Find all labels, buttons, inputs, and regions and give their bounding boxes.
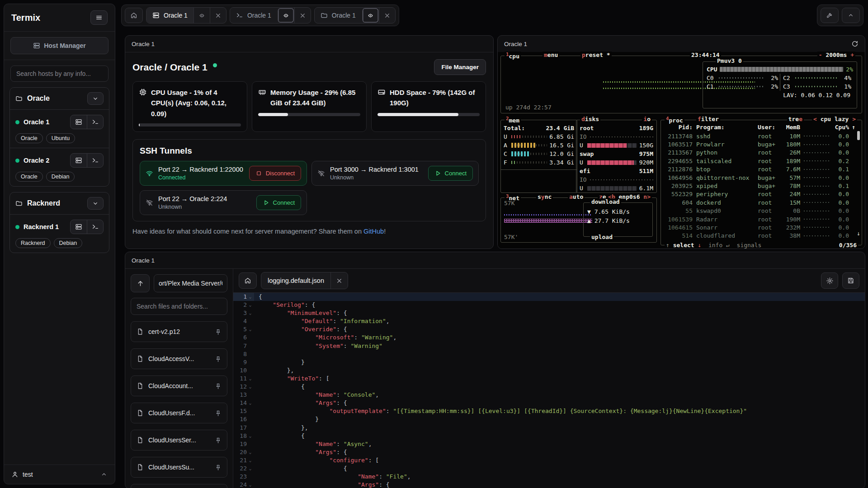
close-tab-button[interactable] bbox=[330, 272, 348, 289]
host-stats-button[interactable] bbox=[71, 220, 87, 234]
line-number[interactable]: 20⌄ bbox=[233, 448, 254, 456]
close-tab-button[interactable] bbox=[294, 8, 311, 23]
process-row[interactable]: 1063517Prowlarrbuga+180M0.0 bbox=[661, 140, 862, 148]
host-item[interactable]: Oracle 2 OracleDebian bbox=[10, 148, 109, 186]
split-view-button[interactable] bbox=[278, 8, 294, 23]
tools-button[interactable] bbox=[821, 8, 839, 23]
session-tab[interactable]: Oracle 1 bbox=[146, 7, 226, 23]
line-number[interactable]: 16 bbox=[233, 415, 254, 423]
save-file-button[interactable] bbox=[842, 272, 859, 289]
file-item[interactable] bbox=[131, 484, 227, 488]
group-collapse-button[interactable] bbox=[87, 92, 104, 105]
collapse-tabbar-button[interactable] bbox=[842, 8, 860, 23]
file-search-input[interactable] bbox=[131, 298, 227, 315]
host-manager-button[interactable]: Host Manager bbox=[10, 37, 108, 54]
line-number[interactable]: 18⌄ bbox=[233, 432, 254, 440]
line-number[interactable]: 22⌄ bbox=[233, 465, 254, 473]
code-editor[interactable]: 1⌄{2⌄ "Serilog": {3⌄ "MinimumLevel": {4 … bbox=[233, 293, 865, 488]
host-search-input[interactable] bbox=[10, 66, 108, 82]
process-row[interactable]: 514cloudflaredroot38M0.0 bbox=[661, 232, 862, 240]
process-row[interactable]: 604dockerdroot15M0.0 bbox=[661, 198, 862, 206]
line-number[interactable]: 3⌄ bbox=[233, 309, 254, 317]
sidebar-footer[interactable]: test bbox=[4, 465, 115, 484]
session-tab[interactable]: Oracle 1 bbox=[230, 7, 311, 23]
host-terminal-button[interactable] bbox=[87, 115, 103, 129]
stat-label: Memory Usage - 29% (6.85 GiB of 23.44 Gi… bbox=[270, 87, 360, 108]
process-row[interactable]: 1064956qbittorrent-noxbuga+57M0.0 bbox=[661, 174, 862, 182]
connect-button[interactable]: Connect bbox=[428, 166, 473, 181]
pin-icon[interactable] bbox=[215, 356, 222, 362]
file-item[interactable]: CloudUsersF.d... bbox=[131, 403, 227, 423]
line-number[interactable]: 2⌄ bbox=[233, 301, 254, 309]
pin-icon[interactable] bbox=[215, 328, 222, 335]
connect-button[interactable]: Connect bbox=[256, 195, 301, 210]
process-row[interactable]: 203925xpipedbuga+78M0.1 bbox=[661, 182, 862, 190]
file-item[interactable]: CloudUsersSu... bbox=[131, 457, 227, 478]
line-number[interactable]: 5⌄ bbox=[233, 325, 254, 333]
chevron-up-icon[interactable] bbox=[100, 471, 108, 478]
pin-icon[interactable] bbox=[215, 464, 222, 471]
line-number[interactable]: 10 bbox=[233, 366, 254, 375]
path-input[interactable] bbox=[154, 274, 227, 292]
disconnect-button[interactable]: Disconnect bbox=[249, 166, 301, 181]
line-number[interactable]: 8 bbox=[233, 350, 254, 358]
editor-home-button[interactable] bbox=[239, 272, 257, 289]
process-row[interactable]: 552329peripheryroot24M0.0 bbox=[661, 190, 862, 198]
host-item[interactable]: Racknerd 1 RacknerdDebian bbox=[10, 214, 109, 253]
line-number[interactable]: 7 bbox=[233, 342, 254, 350]
host-terminal-button[interactable] bbox=[87, 154, 103, 167]
group-collapse-button[interactable] bbox=[87, 197, 104, 210]
line-number[interactable]: 21⌄ bbox=[233, 456, 254, 465]
close-tab-button[interactable] bbox=[210, 8, 226, 23]
group-header[interactable]: Racknerd bbox=[10, 192, 109, 214]
line-number[interactable]: 13 bbox=[233, 391, 254, 399]
split-view-button[interactable] bbox=[362, 8, 378, 23]
process-row[interactable]: 55kswapd0root0B0.0 bbox=[661, 207, 862, 215]
process-row[interactable]: 2113567pythonroot26M0.0 bbox=[661, 149, 862, 157]
sidebar-collapse-button[interactable] bbox=[90, 10, 108, 25]
terminal-display[interactable]: 1cpu menu preset * 23:44:14 - 2000ms + P… bbox=[498, 52, 865, 249]
home-button[interactable] bbox=[125, 8, 143, 23]
code-line: 3⌄ "MinimumLevel": { bbox=[233, 309, 865, 317]
line-number[interactable]: 12⌄ bbox=[233, 383, 254, 391]
host-item[interactable]: Oracle 1 OracleUbuntu bbox=[10, 109, 109, 148]
line-number[interactable]: 9 bbox=[233, 358, 254, 366]
line-number[interactable]: 17 bbox=[233, 424, 254, 432]
process-row[interactable]: 1064615Sonarrroot232M0.0 bbox=[661, 223, 862, 231]
pin-icon[interactable] bbox=[215, 383, 222, 389]
file-item[interactable]: CloudAccessV... bbox=[131, 348, 227, 369]
line-number[interactable]: 11⌄ bbox=[233, 375, 254, 383]
editor-tab[interactable]: logging.default.json bbox=[261, 272, 348, 289]
line-number[interactable]: 4 bbox=[233, 317, 254, 325]
pin-icon[interactable] bbox=[215, 437, 222, 444]
host-terminal-button[interactable] bbox=[87, 220, 103, 234]
file-manager-button[interactable]: File Manager bbox=[434, 59, 486, 75]
session-tab[interactable]: Oracle 1 bbox=[314, 7, 396, 23]
pin-icon[interactable] bbox=[215, 410, 222, 417]
file-item[interactable]: CloudUsersSer... bbox=[131, 430, 227, 450]
process-row[interactable]: 2294655tailscaledroot189M0.2 bbox=[661, 157, 862, 165]
split-view-button[interactable] bbox=[193, 8, 210, 23]
proc-scrollbar[interactable] bbox=[857, 131, 860, 140]
file-item[interactable]: cert-v2.p12 bbox=[131, 321, 227, 342]
up-directory-button[interactable] bbox=[131, 274, 150, 292]
github-link[interactable]: GitHub bbox=[363, 228, 384, 235]
close-tab-button[interactable] bbox=[379, 8, 395, 23]
line-number[interactable]: 15 bbox=[233, 407, 254, 415]
group-header[interactable]: Oracle bbox=[10, 88, 109, 109]
process-row[interactable]: 1061539Radarrroot190M0.0 bbox=[661, 215, 862, 223]
line-number[interactable]: 6 bbox=[233, 333, 254, 342]
stat-progress-bar bbox=[139, 123, 241, 127]
line-number[interactable]: 24⌄ bbox=[233, 481, 254, 488]
process-row[interactable]: 2113748sshdroot10M0.0 bbox=[661, 132, 862, 140]
host-stats-button[interactable] bbox=[71, 115, 87, 129]
process-row[interactable]: 2112876btoproot7.6M0.1 bbox=[661, 165, 862, 174]
line-number[interactable]: 1⌄ bbox=[233, 293, 254, 301]
editor-settings-button[interactable] bbox=[821, 272, 838, 289]
refresh-icon[interactable] bbox=[851, 40, 859, 47]
host-stats-button[interactable] bbox=[71, 154, 87, 167]
file-item[interactable]: CloudAccount... bbox=[131, 375, 227, 396]
line-number[interactable]: 23 bbox=[233, 473, 254, 481]
line-number[interactable]: 14⌄ bbox=[233, 399, 254, 407]
line-number[interactable]: 19 bbox=[233, 440, 254, 448]
